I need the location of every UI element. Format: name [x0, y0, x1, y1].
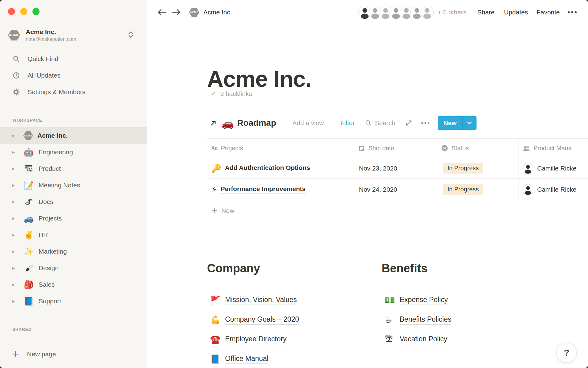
close-window-button[interactable]: [8, 8, 15, 15]
sidebar-page-docs[interactable]: ▶ 🖇 Docs: [0, 194, 147, 210]
status-badge[interactable]: In Progress: [443, 163, 483, 174]
backlink-arrow-icon: [210, 90, 217, 97]
disclosure-triangle-icon[interactable]: ▶: [12, 217, 17, 220]
filter-button[interactable]: Filter: [341, 119, 355, 127]
page-link-label: Office Manual: [225, 355, 268, 364]
forward-button[interactable]: [171, 7, 182, 17]
disclosure-triangle-icon[interactable]: ▶: [12, 266, 17, 270]
project-title-link[interactable]: Performance Improvements: [221, 185, 306, 194]
ship-date-cell[interactable]: Nov 24, 2020: [354, 179, 437, 200]
column-header-projects[interactable]: Aa Projects: [207, 139, 354, 158]
sidebar: ACME Acme Inc. nate@makenotion.com Quick…: [0, 0, 147, 368]
disclosure-triangle-icon[interactable]: ▶: [12, 167, 17, 171]
sidebar-page-engineering[interactable]: ▶ 🤖 Engineering: [0, 144, 147, 160]
column-header-status[interactable]: Status: [437, 139, 518, 158]
disclosure-triangle-icon[interactable]: ▶: [12, 250, 17, 254]
sidebar-page-support[interactable]: ▶ 📘 Support: [0, 293, 147, 309]
collection-title[interactable]: Roadmap: [237, 118, 276, 128]
page-label: Support: [39, 297, 61, 305]
ship-date-cell[interactable]: Nov 23, 2020: [354, 158, 437, 178]
sidebar-menu: Quick Find All Updates: [0, 51, 147, 100]
status-cell[interactable]: In Progress: [437, 158, 518, 178]
sidebar-item-quick-find[interactable]: Quick Find: [0, 51, 147, 67]
sidebar-page-marketing[interactable]: ▶ ✨ Marketing: [0, 243, 147, 260]
workspace-section-label: WORKSPACE: [12, 118, 42, 123]
zoom-window-button[interactable]: [32, 8, 40, 15]
disclosure-triangle-icon[interactable]: ▶: [12, 283, 17, 287]
page-label: Engineering: [39, 148, 73, 156]
project-cell[interactable]: ⚡ Performance Improvements: [207, 179, 354, 200]
acme-logo-icon: ACME: [8, 30, 20, 40]
section-heading[interactable]: Company: [207, 262, 353, 276]
share-button[interactable]: Share: [477, 9, 495, 16]
acme-logo-icon: ACME: [189, 8, 199, 17]
disclosure-triangle-icon[interactable]: ▶: [12, 183, 17, 187]
open-as-page-button[interactable]: [209, 119, 217, 127]
workspace-email: nate@makenotion.com: [26, 36, 76, 42]
acme-logo-icon: ACME: [23, 131, 33, 140]
expand-button[interactable]: [405, 120, 412, 126]
favorite-button[interactable]: Favorite: [537, 9, 560, 16]
table-new-row-button[interactable]: New: [207, 200, 588, 221]
sidebar-page-hr[interactable]: ▶ ✌️ HR: [0, 227, 147, 243]
collection-more-button[interactable]: •••: [421, 119, 431, 127]
disclosure-triangle-icon[interactable]: ▶: [12, 150, 17, 154]
sidebar-page-acme-inc[interactable]: ▶ ACME Acme Inc.: [0, 127, 147, 144]
project-cell[interactable]: 🔑 Add Authentication Options: [207, 158, 354, 178]
column-header-product-manager[interactable]: Product Mana: [518, 139, 588, 158]
disclosure-triangle-icon[interactable]: ▶: [12, 299, 17, 303]
disclosure-triangle-icon[interactable]: ▶: [12, 233, 17, 237]
page-link-office-manual[interactable]: 📘 Office Manual: [207, 350, 353, 368]
sidebar-item-all-updates[interactable]: All Updates: [0, 67, 147, 84]
avatar[interactable]: [420, 6, 434, 19]
page-title[interactable]: Acme Inc.: [207, 67, 311, 91]
column-label: Product Mana: [533, 145, 572, 152]
page-label: Acme Inc.: [37, 132, 68, 139]
sidebar-page-sales[interactable]: ▶ 🎒 Sales: [0, 276, 147, 293]
section-heading[interactable]: Benefits: [382, 262, 529, 276]
page-link-label: Expense Policy: [400, 296, 448, 305]
person-name: Camille Ricke: [537, 186, 576, 193]
page-link-mission-vision-values[interactable]: 🚩 Mission, Vision, Values: [207, 291, 353, 310]
workspace-switcher[interactable]: ACME Acme Inc. nate@makenotion.com: [8, 25, 140, 45]
more-options-button[interactable]: •••: [567, 8, 578, 17]
status-badge[interactable]: In Progress: [443, 184, 483, 195]
page-link-expense-policy[interactable]: 💵 Expense Policy: [382, 291, 529, 310]
sidebar-page-design[interactable]: ▶ 🖌 Design: [0, 260, 147, 276]
project-title-link[interactable]: Add Authentication Options: [225, 164, 310, 172]
sidebar-page-meeting-notes[interactable]: ▶ 📝 Meeting Notes: [0, 177, 147, 194]
new-record-dropdown-button[interactable]: [462, 116, 477, 130]
minimize-window-button[interactable]: [20, 8, 27, 15]
workspace-name: Acme Inc.: [26, 28, 76, 36]
backlinks-toggle[interactable]: 3 backlinks: [210, 90, 252, 98]
product-manager-cell[interactable]: Camille Ricke: [518, 179, 588, 200]
status-cell[interactable]: In Progress: [437, 179, 518, 200]
others-count-label[interactable]: + 5 others: [438, 9, 466, 16]
window-controls: [8, 8, 40, 15]
new-record-button[interactable]: New: [438, 116, 462, 130]
sidebar-page-projects[interactable]: ▶ 🚙 Projects: [0, 210, 147, 227]
page-label: Sales: [39, 281, 55, 288]
column-header-ship-date[interactable]: Ship date: [354, 139, 437, 158]
paperclips-emoji-icon: 🖇: [25, 198, 33, 206]
disclosure-triangle-icon[interactable]: ▶: [12, 134, 17, 138]
page-link-label: Company Goals – 2020: [225, 315, 299, 325]
back-button[interactable]: [156, 7, 167, 17]
expand-icon: [405, 120, 412, 126]
acme-logo-text: ACME: [23, 131, 33, 140]
sidebar-item-settings-members[interactable]: Settings & Members: [0, 84, 147, 100]
disclosure-triangle-icon[interactable]: ▶: [12, 200, 17, 204]
chevron-updown-icon: [127, 31, 134, 39]
breadcrumb[interactable]: ACME Acme Inc.: [189, 8, 232, 17]
add-view-button[interactable]: Add a view: [284, 119, 324, 127]
page-link-company-goals[interactable]: 💪 Company Goals – 2020: [207, 310, 353, 330]
product-manager-cell[interactable]: Camille Ricke: [518, 158, 588, 178]
sidebar-page-product[interactable]: ▶ 🏗 Product: [0, 160, 147, 177]
page-link-benefits-policies[interactable]: ☕ Benefits Policies: [382, 310, 529, 330]
page-link-employee-directory[interactable]: ☎️ Employee Directory: [207, 330, 353, 350]
help-button[interactable]: ?: [556, 343, 577, 363]
page-link-vacation-policy[interactable]: 🏝 Vacation Policy: [382, 330, 529, 350]
new-page-button[interactable]: New page: [0, 346, 147, 362]
updates-button[interactable]: Updates: [504, 9, 528, 16]
search-button[interactable]: Search: [365, 119, 395, 127]
